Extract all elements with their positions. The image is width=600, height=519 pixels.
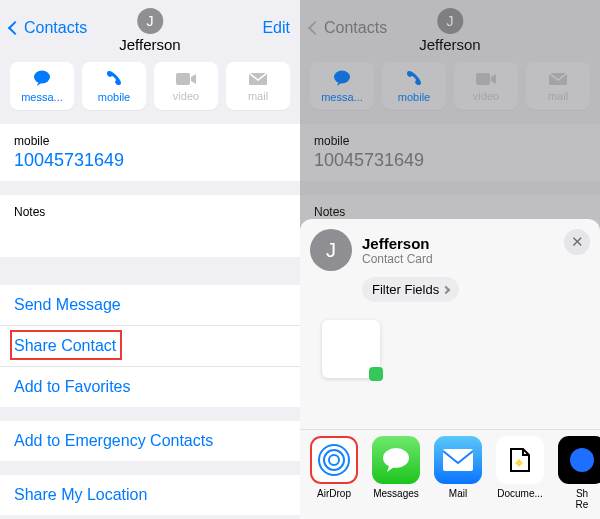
share-my-location-row[interactable]: Share My Location xyxy=(0,475,300,515)
close-button[interactable]: ✕ xyxy=(564,229,590,255)
svg-rect-4 xyxy=(476,73,490,85)
filter-fields-button[interactable]: Filter Fields xyxy=(362,277,459,302)
doc-icon xyxy=(496,436,544,484)
quick-messa-button: messa... xyxy=(310,62,374,110)
quick-video-button[interactable]: video xyxy=(154,62,218,110)
chevron-left-icon xyxy=(308,21,322,35)
mobile-icon xyxy=(106,70,122,89)
share-app-doc[interactable]: Docume... xyxy=(494,436,546,513)
quick-video-button: video xyxy=(454,62,518,110)
highlight-box xyxy=(10,330,122,360)
mobile-label: mobile xyxy=(314,134,586,148)
close-icon: ✕ xyxy=(571,233,584,251)
chevron-right-icon xyxy=(442,285,450,293)
quick-actions: messa...mobilevideomail xyxy=(0,56,300,124)
contact-detail-screen: Contacts J Jefferson Edit messa...mobile… xyxy=(0,0,300,519)
svg-point-3 xyxy=(334,70,350,83)
video-icon xyxy=(176,71,196,88)
share-app-msg[interactable]: Messages xyxy=(370,436,422,513)
mobile-card[interactable]: mobile 10045731649 xyxy=(0,124,300,181)
quick-mobile-button[interactable]: mobile xyxy=(82,62,146,110)
quick-mobile-button: mobile xyxy=(382,62,446,110)
sheet-avatar: J xyxy=(310,229,352,271)
quick-label: messa... xyxy=(21,91,63,103)
quick-label: mobile xyxy=(98,91,130,103)
edit-button[interactable]: Edit xyxy=(262,19,290,37)
share-sheet: J Jefferson Contact Card ✕ Filter Fields… xyxy=(300,219,600,519)
quick-messa-button[interactable]: messa... xyxy=(10,62,74,110)
quick-label: mail xyxy=(248,90,268,102)
mail-icon xyxy=(549,71,567,88)
app-label: AirDrop xyxy=(317,488,351,499)
back-button[interactable]: Contacts xyxy=(10,19,87,37)
share-app-airdrop[interactable]: AirDrop xyxy=(308,436,360,513)
sheet-title-block: Jefferson Contact Card xyxy=(362,235,433,266)
quick-label: video xyxy=(473,90,499,102)
contact-name: Jefferson xyxy=(419,36,480,53)
svg-rect-10 xyxy=(443,449,473,471)
share-sheet-screen: Contacts J Jefferson messa...mobilevideo… xyxy=(300,0,600,519)
share-contact-row[interactable]: Share Contact xyxy=(0,326,300,367)
contact-name: Jefferson xyxy=(119,36,180,53)
sheet-name: Jefferson xyxy=(362,235,433,252)
airdrop-icon xyxy=(310,436,358,484)
back-label: Contacts xyxy=(324,19,387,37)
app-label: Sh xyxy=(576,488,588,499)
app-sublabel: Re xyxy=(576,499,589,510)
mobile-value: 10045731649 xyxy=(314,150,586,171)
mail-icon xyxy=(249,71,267,88)
app-label: Mail xyxy=(449,488,467,499)
svg-point-7 xyxy=(324,450,344,470)
sh-icon xyxy=(558,436,600,484)
svg-point-9 xyxy=(383,448,409,468)
share-app-mail[interactable]: Mail xyxy=(432,436,484,513)
mobile-card-dimmed: mobile 10045731649 xyxy=(300,124,600,181)
send-message-row[interactable]: Send Message xyxy=(0,285,300,326)
mail-icon xyxy=(434,436,482,484)
quick-mail-button: mail xyxy=(526,62,590,110)
filter-label: Filter Fields xyxy=(372,282,439,297)
video-icon xyxy=(476,71,496,88)
quick-label: video xyxy=(173,90,199,102)
nav-bar-dimmed: Contacts J Jefferson xyxy=(300,0,600,56)
svg-point-11 xyxy=(570,448,594,472)
messa-icon xyxy=(333,70,351,89)
quick-label: mobile xyxy=(398,91,430,103)
mobile-icon xyxy=(406,70,422,89)
sheet-subtitle: Contact Card xyxy=(362,252,433,266)
share-app-sh[interactable]: ShRe xyxy=(556,436,600,513)
avatar: J xyxy=(437,8,463,34)
svg-rect-1 xyxy=(176,73,190,85)
nav-bar: Contacts J Jefferson Edit xyxy=(0,0,300,56)
actions-list-2: Add to Emergency Contacts xyxy=(0,421,300,461)
actions-list-3: Share My Location xyxy=(0,475,300,515)
svg-point-0 xyxy=(34,70,50,83)
msg-icon xyxy=(372,436,420,484)
quick-mail-button[interactable]: mail xyxy=(226,62,290,110)
quick-actions-dimmed: messa...mobilevideomail xyxy=(300,56,600,124)
sheet-header: J Jefferson Contact Card ✕ xyxy=(310,229,590,271)
app-label: Messages xyxy=(373,488,419,499)
nav-center: J Jefferson xyxy=(119,8,180,53)
mobile-value: 10045731649 xyxy=(14,150,286,171)
contact-thumbnail[interactable] xyxy=(322,320,380,378)
avatar: J xyxy=(137,8,163,34)
messa-icon xyxy=(33,70,51,89)
back-label: Contacts xyxy=(24,19,87,37)
chevron-left-icon xyxy=(8,21,22,35)
quick-label: mail xyxy=(548,90,568,102)
add-to-emergency-contacts-row[interactable]: Add to Emergency Contacts xyxy=(0,421,300,461)
nav-center-dimmed: J Jefferson xyxy=(419,8,480,53)
add-to-favorites-row[interactable]: Add to Favorites xyxy=(0,367,300,407)
back-button-dimmed: Contacts xyxy=(310,19,387,37)
notes-card[interactable]: Notes xyxy=(0,195,300,257)
notes-label: Notes xyxy=(14,205,286,219)
svg-point-6 xyxy=(329,455,339,465)
actions-list-1: Send MessageShare ContactAdd to Favorite… xyxy=(0,285,300,407)
app-label: Docume... xyxy=(497,488,543,499)
share-apps-row: AirDropMessagesMailDocume...ShRe xyxy=(300,429,600,519)
quick-label: messa... xyxy=(321,91,363,103)
notes-label: Notes xyxy=(314,205,586,219)
mobile-label: mobile xyxy=(14,134,286,148)
